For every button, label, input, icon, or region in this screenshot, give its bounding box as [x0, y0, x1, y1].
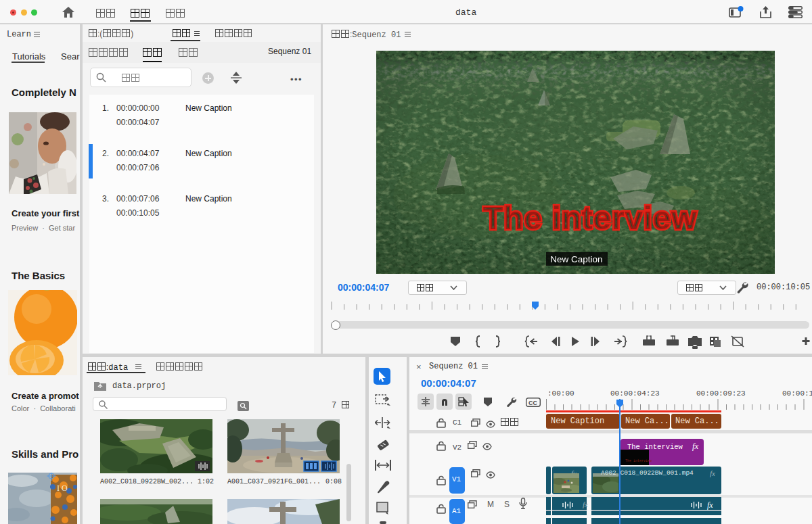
svg-text:I O: I O — [57, 483, 68, 493]
svg-text:New Caption: New Caption — [550, 254, 602, 264]
svg-text:CC: CC — [528, 400, 537, 406]
svg-text:The interview: The interview — [483, 199, 697, 236]
